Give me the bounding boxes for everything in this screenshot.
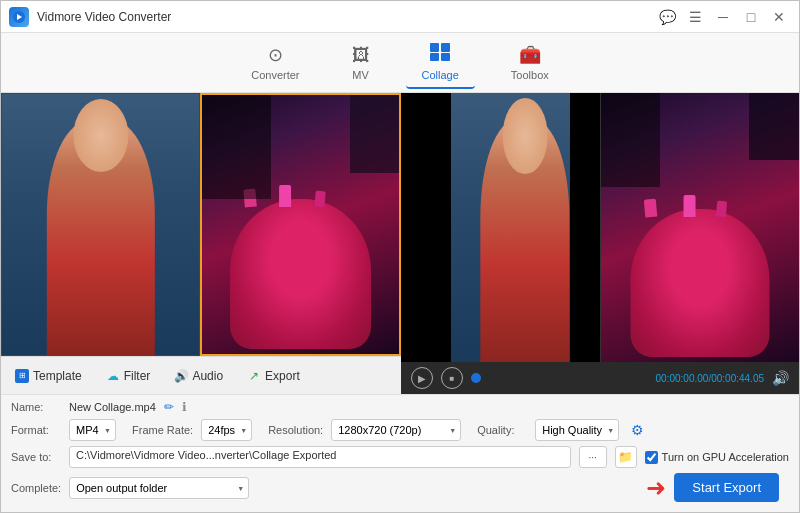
bottom-panel: Name: New Collage.mp4 ✏ ℹ Format: MP4 Fr… bbox=[1, 394, 799, 512]
black-bars-left bbox=[401, 93, 451, 362]
mv-icon: 🖼 bbox=[352, 45, 370, 66]
volume-icon[interactable]: 🔊 bbox=[772, 370, 789, 386]
saveto-label: Save to: bbox=[11, 451, 61, 463]
tab-collage[interactable]: Collage bbox=[406, 37, 475, 89]
right-panel: ▶ ■ 00:00:00.00/00:00:44.05 🔊 bbox=[401, 93, 799, 394]
resolution-select[interactable]: 1280x720 (720p) bbox=[331, 419, 461, 441]
main-content: ⊞ Template ☁ Filter 🔊 Audio ↗ Export bbox=[1, 93, 799, 394]
progress-indicator[interactable] bbox=[471, 373, 481, 383]
nav-tabs: ⊙ Converter 🖼 MV Collage 🧰 Toolbox bbox=[1, 33, 799, 93]
complete-row: Complete: Open output folder ➜ Start Exp… bbox=[11, 473, 789, 502]
export-icon: ↗ bbox=[247, 369, 261, 383]
toolbox-icon: 🧰 bbox=[519, 44, 541, 66]
toolbox-label: Toolbox bbox=[511, 69, 549, 81]
gpu-label-text: Turn on GPU Acceleration bbox=[662, 451, 789, 463]
browse-button[interactable]: ··· bbox=[579, 446, 607, 468]
arrow-container: ➜ Start Export bbox=[636, 473, 789, 502]
video-preview-area bbox=[1, 93, 401, 356]
converter-label: Converter bbox=[251, 69, 299, 81]
svg-rect-4 bbox=[430, 53, 439, 61]
complete-select-wrapper: Open output folder bbox=[69, 477, 249, 499]
menu-button[interactable]: ☰ bbox=[683, 7, 707, 27]
edit-icon[interactable]: ✏ bbox=[164, 400, 174, 414]
collage-label: Collage bbox=[422, 69, 459, 81]
quality-label: Quality: bbox=[477, 424, 527, 436]
resolution-label: Resolution: bbox=[268, 424, 323, 436]
name-row: Name: New Collage.mp4 ✏ ℹ bbox=[11, 400, 789, 414]
export-tab[interactable]: ↗ Export bbox=[237, 364, 310, 388]
framerate-select[interactable]: 24fps bbox=[201, 419, 252, 441]
gpu-checkbox[interactable] bbox=[645, 451, 658, 464]
template-label: Template bbox=[33, 369, 82, 383]
right-video-right bbox=[600, 93, 800, 362]
framerate-label: Frame Rate: bbox=[132, 424, 193, 436]
video-clip-2[interactable] bbox=[200, 93, 401, 356]
left-panel: ⊞ Template ☁ Filter 🔊 Audio ↗ Export bbox=[1, 93, 401, 394]
quality-select-wrapper: High Quality bbox=[535, 419, 619, 441]
app-icon bbox=[9, 7, 29, 27]
close-button[interactable]: ✕ bbox=[767, 7, 791, 27]
title-bar: Vidmore Video Converter 💬 ☰ ─ □ ✕ bbox=[1, 1, 799, 33]
folder-button[interactable]: 📁 bbox=[615, 446, 637, 468]
format-label: Format: bbox=[11, 424, 61, 436]
format-select-wrapper: MP4 bbox=[69, 419, 116, 441]
collage-icon bbox=[430, 43, 450, 66]
minimize-button[interactable]: ─ bbox=[711, 7, 735, 27]
complete-label: Complete: bbox=[11, 482, 61, 494]
resolution-select-wrapper: 1280x720 (720p) bbox=[331, 419, 461, 441]
video-clip-1[interactable] bbox=[1, 93, 200, 356]
filter-tab[interactable]: ☁ Filter bbox=[96, 364, 161, 388]
play-button[interactable]: ▶ bbox=[411, 367, 433, 389]
saveto-path: C:\Vidmore\Vidmore Video...nverter\Colla… bbox=[69, 446, 571, 468]
svg-rect-5 bbox=[441, 53, 450, 61]
filter-icon: ☁ bbox=[106, 369, 120, 383]
name-value: New Collage.mp4 bbox=[69, 401, 156, 413]
tab-mv[interactable]: 🖼 MV bbox=[336, 39, 386, 87]
audio-icon: 🔊 bbox=[174, 369, 188, 383]
audio-label: Audio bbox=[192, 369, 223, 383]
format-select[interactable]: MP4 bbox=[69, 419, 116, 441]
filter-label: Filter bbox=[124, 369, 151, 383]
template-tab[interactable]: ⊞ Template bbox=[5, 364, 92, 388]
export-label: Export bbox=[265, 369, 300, 383]
playback-bar: ▶ ■ 00:00:00.00/00:00:44.05 🔊 bbox=[401, 362, 799, 394]
window-controls: 💬 ☰ ─ □ ✕ bbox=[655, 7, 791, 27]
tab-bar: ⊞ Template ☁ Filter 🔊 Audio ↗ Export bbox=[1, 356, 401, 394]
saveto-row: Save to: C:\Vidmore\Vidmore Video...nver… bbox=[11, 446, 789, 468]
info-icon[interactable]: ℹ bbox=[182, 400, 187, 414]
converter-icon: ⊙ bbox=[268, 44, 283, 66]
tab-converter[interactable]: ⊙ Converter bbox=[235, 38, 315, 87]
right-preview bbox=[401, 93, 799, 362]
arrow-icon: ➜ bbox=[646, 474, 666, 502]
start-export-button[interactable]: Start Export bbox=[674, 473, 779, 502]
name-label: Name: bbox=[11, 401, 61, 413]
gpu-acceleration-label[interactable]: Turn on GPU Acceleration bbox=[645, 451, 789, 464]
mv-label: MV bbox=[352, 69, 369, 81]
svg-rect-3 bbox=[441, 43, 450, 52]
app-title: Vidmore Video Converter bbox=[37, 10, 655, 24]
stop-button[interactable]: ■ bbox=[441, 367, 463, 389]
maximize-button[interactable]: □ bbox=[739, 7, 763, 27]
quality-select[interactable]: High Quality bbox=[535, 419, 619, 441]
audio-tab[interactable]: 🔊 Audio bbox=[164, 364, 233, 388]
svg-rect-2 bbox=[430, 43, 439, 52]
template-icon: ⊞ bbox=[15, 369, 29, 383]
complete-select[interactable]: Open output folder bbox=[69, 477, 249, 499]
time-total: 00:00:44.05 bbox=[711, 373, 764, 384]
gear-icon[interactable]: ⚙ bbox=[631, 422, 644, 438]
time-display: 00:00:00.00/00:00:44.05 bbox=[489, 373, 764, 384]
tab-toolbox[interactable]: 🧰 Toolbox bbox=[495, 38, 565, 87]
framerate-select-wrapper: 24fps bbox=[201, 419, 252, 441]
format-row: Format: MP4 Frame Rate: 24fps Resolution… bbox=[11, 419, 789, 441]
right-video-left bbox=[401, 93, 600, 362]
message-button[interactable]: 💬 bbox=[655, 7, 679, 27]
app-window: Vidmore Video Converter 💬 ☰ ─ □ ✕ ⊙ Conv… bbox=[0, 0, 800, 513]
time-current: 00:00:00.00 bbox=[656, 373, 709, 384]
